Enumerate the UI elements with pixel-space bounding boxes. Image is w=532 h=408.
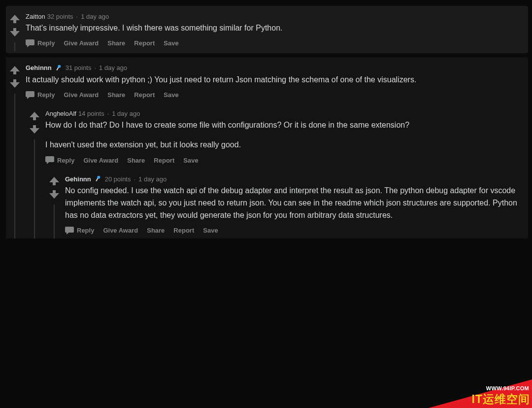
thread-line[interactable] <box>14 94 15 238</box>
share-button[interactable]: Share <box>107 39 125 47</box>
upvote-button[interactable] <box>10 65 20 75</box>
points-label: 20 points <box>105 175 131 183</box>
comment-text: How do I do that? Do I have to create so… <box>45 119 520 132</box>
vote-column <box>26 109 41 238</box>
downvote-button[interactable] <box>30 124 39 135</box>
microphone-icon <box>55 64 63 72</box>
vote-column <box>6 12 22 51</box>
reply-label: Reply <box>57 157 74 164</box>
upvote-button[interactable] <box>49 176 59 186</box>
separator-dot: · <box>107 110 109 117</box>
speech-bubble-icon <box>45 156 54 164</box>
save-button[interactable]: Save <box>164 91 178 99</box>
speech-bubble-icon <box>65 227 74 235</box>
comment-text: No config needed. I use the watch api of… <box>65 185 520 221</box>
comment: Gehinnn 20 points · 1 day ago No config … <box>45 168 520 238</box>
thread-line[interactable] <box>14 42 15 51</box>
author-link[interactable]: AngheloAlf <box>45 110 76 117</box>
comment: AngheloAlf 14 points · 1 day ago How do … <box>26 103 520 238</box>
comment-body: It actually should work with python ;) Y… <box>26 74 520 86</box>
upvote-icon-stem <box>13 71 16 74</box>
downvote-icon <box>10 82 20 88</box>
upvote-icon-stem <box>53 182 56 185</box>
comment-thread: Zaitton 32 points · 1 day ago That's ins… <box>0 0 532 242</box>
microphone-icon <box>94 175 102 183</box>
separator-dot: · <box>76 13 78 20</box>
points-label: 31 points <box>66 64 92 71</box>
timestamp: 1 day ago <box>112 110 140 117</box>
comment-actions: Reply Give Award Share Report Save <box>26 39 520 47</box>
separator-dot: · <box>94 64 96 71</box>
share-button[interactable]: Share <box>147 227 165 234</box>
upvote-icon-stem <box>33 117 36 120</box>
upvote-icon-stem <box>13 20 16 23</box>
reply-button[interactable]: Reply <box>65 227 94 235</box>
author-link[interactable]: Zaitton <box>26 13 45 20</box>
give-award-button[interactable]: Give Award <box>64 91 99 99</box>
upvote-icon <box>30 112 39 117</box>
save-button[interactable]: Save <box>183 157 198 164</box>
upvote-icon <box>49 177 59 182</box>
reply-button[interactable]: Reply <box>26 91 55 99</box>
comment-text: It actually should work with python ;) Y… <box>26 74 520 86</box>
comment-meta: Gehinnn 31 points · 1 day ago <box>26 64 520 72</box>
downvote-button[interactable] <box>49 189 59 200</box>
upvote-button[interactable] <box>30 111 39 121</box>
points-label: 32 points <box>47 13 73 20</box>
reply-button[interactable]: Reply <box>26 39 55 47</box>
reply-label: Reply <box>37 91 55 99</box>
speech-bubble-icon <box>26 91 34 99</box>
comment-content: Gehinnn 31 points · 1 day ago It actuall… <box>22 63 520 238</box>
report-button[interactable]: Report <box>134 39 155 47</box>
save-button[interactable]: Save <box>203 227 218 234</box>
speech-bubble-icon <box>26 39 34 47</box>
thread-line[interactable] <box>54 204 55 238</box>
thread-line[interactable] <box>34 139 35 238</box>
reply-label: Reply <box>77 227 94 234</box>
downvote-icon <box>30 128 39 134</box>
give-award-button[interactable]: Give Award <box>64 39 99 47</box>
reply-button[interactable]: Reply <box>45 156 74 164</box>
downvote-button[interactable] <box>10 78 20 89</box>
downvote-icon <box>10 31 20 36</box>
downvote-icon <box>49 193 59 199</box>
comment-content: Zaitton 32 points · 1 day ago That's ins… <box>22 12 520 51</box>
vote-column <box>6 63 22 238</box>
report-button[interactable]: Report <box>154 157 174 164</box>
comment-meta: Gehinnn 20 points · 1 day ago <box>65 175 520 183</box>
timestamp: 1 day ago <box>138 175 166 183</box>
comment-text: I haven't used the extension yet, but it… <box>45 139 520 151</box>
author-link[interactable]: Gehinnn <box>26 64 52 71</box>
timestamp: 1 day ago <box>99 64 127 71</box>
comment-actions: Reply Give Award Share Report Save <box>45 156 520 164</box>
upvote-button[interactable] <box>10 14 20 24</box>
author-link[interactable]: Gehinnn <box>65 175 91 183</box>
comment-content: AngheloAlf 14 points · 1 day ago How do … <box>41 109 520 238</box>
share-button[interactable]: Share <box>127 157 145 164</box>
svg-rect-1 <box>56 67 59 70</box>
separator-dot: · <box>133 175 135 183</box>
comment-text: That's insanely impressive. I wish there… <box>26 22 520 34</box>
timestamp: 1 day ago <box>81 13 109 20</box>
report-button[interactable]: Report <box>173 227 194 234</box>
comment-actions: Reply Give Award Share Report Save <box>26 91 520 99</box>
share-button[interactable]: Share <box>107 91 125 99</box>
comment-content: Gehinnn 20 points · 1 day ago No config … <box>61 174 520 238</box>
vote-column <box>45 174 61 238</box>
report-button[interactable]: Report <box>134 91 155 99</box>
svg-rect-3 <box>96 178 99 181</box>
give-award-button[interactable]: Give Award <box>103 227 138 234</box>
comment-actions: Reply Give Award Share Report Save <box>65 227 520 235</box>
upvote-icon <box>10 15 20 20</box>
comment-body: How do I do that? Do I have to create so… <box>45 119 520 152</box>
save-button[interactable]: Save <box>164 39 178 47</box>
upvote-icon <box>10 66 20 71</box>
points-label: 14 points <box>78 110 104 117</box>
comment-body: That's insanely impressive. I wish there… <box>26 22 520 34</box>
downvote-button[interactable] <box>10 27 20 37</box>
give-award-button[interactable]: Give Award <box>83 157 118 164</box>
comment: Zaitton 32 points · 1 day ago That's ins… <box>6 6 528 53</box>
comment-body: No config needed. I use the watch api of… <box>65 185 520 221</box>
comment-meta: AngheloAlf 14 points · 1 day ago <box>45 110 520 117</box>
comment: Gehinnn 31 points · 1 day ago It actuall… <box>6 57 528 238</box>
